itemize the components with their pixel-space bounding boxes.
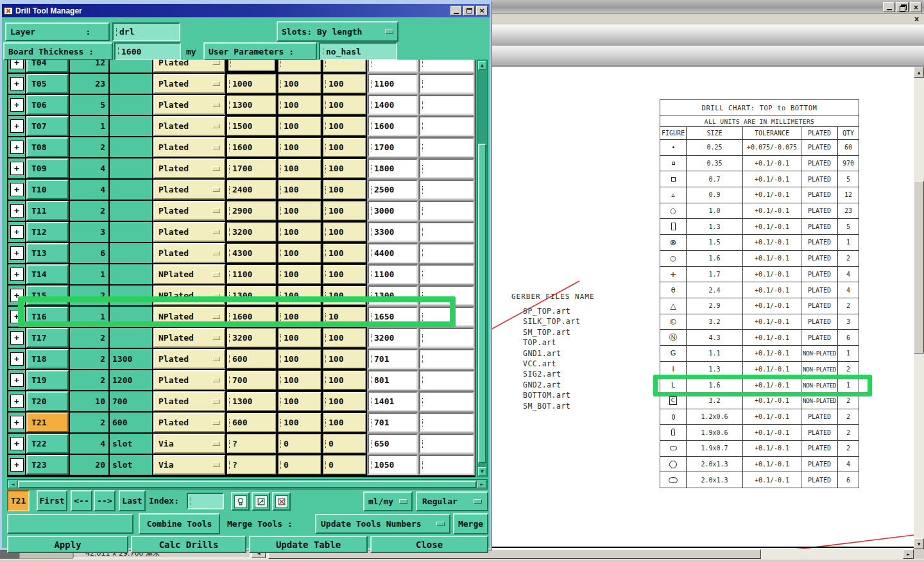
extra-field[interactable]	[419, 328, 474, 348]
merge-button[interactable]: Merge	[453, 513, 488, 534]
tool-button[interactable]: T08	[26, 137, 69, 157]
drill-size-field[interactable]: 1600	[227, 307, 277, 327]
tool-button[interactable]: T04	[26, 60, 69, 72]
extra-field[interactable]	[419, 307, 474, 327]
tool-type-dropdown[interactable]: NPlated	[153, 307, 225, 327]
tool-row-icon-cell[interactable]: +	[8, 455, 25, 475]
drill-size-field[interactable]: 4300	[227, 243, 277, 263]
extra-field[interactable]	[419, 222, 474, 242]
tool-type-dropdown[interactable]: Plated	[153, 116, 225, 136]
scroll-left-icon[interactable]: ◄	[8, 481, 17, 488]
tool-type-dropdown[interactable]: NPlated	[153, 328, 225, 348]
final-size-field[interactable]: 1100	[368, 264, 418, 284]
board-thickness-input[interactable]: 1600	[114, 42, 181, 60]
tool-type-dropdown[interactable]: Plated	[153, 391, 225, 411]
extra-field[interactable]	[419, 60, 474, 72]
tool-type-dropdown[interactable]: Plated	[153, 180, 225, 200]
table-vertical-scrollbar[interactable]: ▲ ▼	[477, 60, 488, 477]
delete-tool-button[interactable]	[272, 492, 291, 511]
tool-button[interactable]: T14	[26, 264, 69, 284]
tool-button[interactable]: T12	[26, 222, 69, 242]
calc-drills-button[interactable]: Calc Drills	[131, 536, 246, 553]
drill-size-field[interactable]: 1500	[227, 116, 277, 136]
extra-field[interactable]	[419, 243, 474, 263]
drill-size-field[interactable]: 600	[227, 413, 277, 432]
minus-tolerance-field[interactable]: 10	[323, 307, 366, 327]
plus-tolerance-field[interactable]: 0	[278, 434, 321, 454]
extra-field[interactable]	[419, 158, 474, 178]
minus-tolerance-field[interactable]: 100	[323, 95, 366, 115]
tool-button[interactable]: T09	[26, 158, 69, 178]
tool-type-dropdown[interactable]: Plated	[153, 74, 225, 94]
final-size-field[interactable]: 701	[368, 349, 418, 369]
plus-tolerance-field[interactable]	[278, 60, 321, 72]
tool-row-icon-cell[interactable]: +	[8, 434, 25, 454]
tool-button[interactable]: T21	[26, 413, 69, 432]
minus-tolerance-field[interactable]: 100	[323, 328, 366, 348]
document-close-icon[interactable]: x	[914, 15, 919, 23]
index-input[interactable]	[187, 493, 224, 509]
final-size-field[interactable]: 1650	[368, 307, 418, 327]
scroll-up-icon[interactable]: ▲	[478, 61, 486, 70]
drill-size-field[interactable]: 1300	[227, 391, 277, 411]
tool-row-icon-cell[interactable]: +	[8, 201, 25, 221]
minus-tolerance-field[interactable]: 0	[323, 455, 366, 475]
minus-tolerance-field[interactable]: 100	[323, 201, 366, 221]
drill-size-field[interactable]: 600	[227, 349, 277, 369]
final-size-field[interactable]: 1300	[368, 285, 418, 305]
tool-type-dropdown[interactable]: Plated	[153, 349, 225, 369]
plus-tolerance-field[interactable]: 100	[278, 158, 321, 178]
plus-tolerance-field[interactable]: 100	[278, 74, 321, 94]
extra-field[interactable]	[419, 201, 474, 221]
restore-icon[interactable]	[896, 2, 909, 12]
plus-tolerance-field[interactable]: 100	[278, 116, 321, 136]
plus-tolerance-field[interactable]: 100	[278, 243, 321, 263]
tool-row-icon-cell[interactable]: +	[8, 74, 25, 94]
final-size-field[interactable]: 650	[368, 434, 418, 454]
plus-tolerance-field[interactable]: 100	[278, 328, 321, 348]
extra-field[interactable]	[419, 137, 474, 157]
tool-row-icon-cell[interactable]: +	[8, 116, 25, 136]
tool-row-icon-cell[interactable]: +	[8, 60, 25, 72]
scroll-up-icon[interactable]: ▲	[914, 67, 924, 78]
tool-row-icon-cell[interactable]: +	[8, 137, 25, 157]
close-button[interactable]: Close	[370, 536, 488, 553]
tool-row-icon-cell[interactable]: +	[8, 243, 25, 263]
last-button[interactable]: Last	[119, 490, 146, 511]
tool-type-dropdown[interactable]: NPlated	[153, 285, 225, 305]
tool-row-icon-cell[interactable]: +	[8, 264, 25, 284]
tool-type-dropdown[interactable]: Plated	[153, 243, 225, 263]
scroll-right-icon[interactable]: ►	[903, 549, 914, 559]
tool-row-icon-cell[interactable]: +	[8, 349, 25, 369]
extra-field[interactable]	[419, 285, 474, 305]
tool-row-icon-cell[interactable]: +	[8, 158, 25, 178]
minus-tolerance-field[interactable]: 100	[323, 370, 366, 390]
tool-type-dropdown[interactable]: Via	[153, 455, 225, 475]
table-hscroll-thumb[interactable]	[18, 481, 477, 488]
plus-tolerance-field[interactable]: 100	[278, 222, 321, 242]
drill-size-field[interactable]: ?	[227, 434, 277, 454]
tool-row-icon-cell[interactable]: +	[8, 328, 25, 348]
final-size-field[interactable]: 1700	[368, 137, 418, 157]
units-dropdown[interactable]: ml/my	[363, 491, 413, 511]
minus-tolerance-field[interactable]: 100	[323, 349, 366, 369]
minimize-icon[interactable]	[883, 2, 895, 12]
tool-button[interactable]: T10	[26, 180, 69, 200]
update-table-button[interactable]: Update Table	[249, 536, 368, 553]
tool-row-icon-cell[interactable]: +	[8, 370, 25, 390]
final-size-field[interactable]: 1050	[368, 455, 418, 475]
tool-type-dropdown[interactable]: Plated	[153, 413, 225, 432]
combine-tools-button[interactable]: Combine Tools	[139, 513, 220, 534]
tool-type-dropdown[interactable]: Plated	[153, 137, 225, 157]
extra-field[interactable]	[419, 370, 474, 390]
drill-size-field[interactable]: ?	[227, 455, 277, 475]
tool-type-dropdown[interactable]: NPlated	[153, 264, 225, 284]
scroll-right-icon[interactable]: ►	[477, 481, 486, 488]
tool-type-dropdown[interactable]: Plated	[153, 222, 225, 242]
minus-tolerance-field[interactable]: 100	[323, 137, 366, 157]
drill-size-field[interactable]: 1100	[227, 264, 277, 284]
slots-dropdown[interactable]: By length	[317, 27, 380, 37]
tool-button[interactable]: T23	[26, 455, 69, 475]
minus-tolerance-field[interactable]: 100	[323, 243, 366, 263]
final-size-field[interactable]: 3000	[368, 201, 418, 221]
